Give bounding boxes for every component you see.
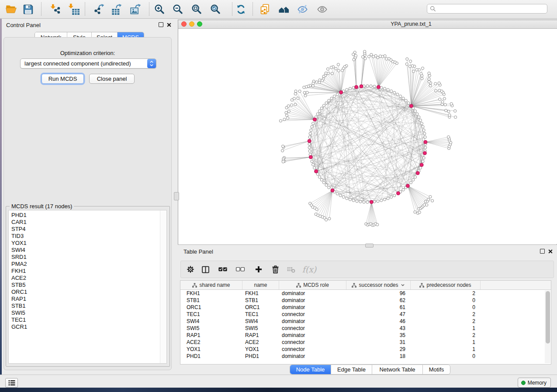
mcds-result-item[interactable]: SRD1 [9,254,160,261]
toolbar-separator [85,2,85,16]
mcds-result-item[interactable]: YOX1 [9,240,160,247]
tab-network-table[interactable]: Network Table [372,365,423,374]
column-header-predecessor-nodes[interactable]: predecessor nodes [411,281,481,289]
mcds-result-item[interactable]: STP4 [9,226,160,233]
mcds-result-item[interactable]: CAR1 [9,219,160,226]
mcds-result-groupbox: MCDS result (17 nodes) PHD1CAR1STP4TID3Y… [6,206,170,367]
tab-motifs[interactable]: Motifs [423,365,450,374]
network-canvas[interactable] [178,29,557,244]
mcds-result-item[interactable]: PHD1 [9,212,160,219]
delete-button[interactable] [268,262,283,277]
mcds-result-item[interactable]: RAP1 [9,296,160,303]
mcds-result-item[interactable]: STB1 [9,303,160,309]
tab-edge-table[interactable]: Edge Table [331,365,372,374]
mcds-result-item[interactable]: TEC1 [9,316,160,323]
cell-predecessor-nodes: 2 [411,311,481,317]
network-graph[interactable] [178,29,557,244]
select-all-button[interactable] [215,262,230,277]
table-row[interactable]: STB1STB1dominator620 [180,297,551,304]
mcds-result-item[interactable]: PMA2 [9,261,160,268]
network-home-button[interactable] [275,1,292,17]
settings-button[interactable] [183,262,198,277]
cell-successor-nodes: 18 [346,353,411,359]
refresh-button[interactable] [232,1,249,17]
table-row[interactable]: FKH1FKH1dominator962 [180,290,551,297]
shared-column-icon [192,283,197,288]
search-box[interactable] [427,4,547,14]
cell-shared-name: PHD1 [180,353,242,359]
mcds-result-item[interactable]: TID3 [9,233,160,240]
deselect-all-button[interactable] [233,262,248,277]
shared-column-icon [352,283,356,288]
panel-divider-grip[interactable] [174,192,179,200]
export-image-button[interactable] [127,1,144,17]
mcds-result-item[interactable]: ORC1 [9,289,160,296]
mcds-result-item[interactable]: SWI5 [9,309,160,316]
zoom-in-button[interactable] [151,1,168,17]
memory-button[interactable]: Memory [518,378,551,388]
tab-node-table[interactable]: Node Table [290,365,331,374]
mcds-result-item[interactable]: STB5 [9,282,160,289]
add-button[interactable] [251,262,266,277]
save-button[interactable] [20,1,36,17]
control-panel-title: Control Panel [6,22,41,28]
zoom-out-button[interactable] [170,1,186,17]
table-row[interactable]: ORC1ORC1dominator610 [180,304,551,311]
table-row[interactable]: SWI5SWI5connector431 [180,325,551,332]
run-mcds-button[interactable]: Run MCDS [42,74,84,84]
float-panel-icon[interactable] [159,22,163,27]
table-row[interactable]: ACE2ACE2connector311 [180,339,551,346]
settings-icon [186,265,195,274]
import-table-icon [68,3,80,15]
table-toolbar: f(x) [180,261,554,278]
column-header-name[interactable]: name [242,281,279,289]
search-input[interactable] [438,5,547,12]
table-row[interactable]: PHD1PHD1dominator180 [180,353,551,360]
optimization-criterion-label: Optimization criterion: [4,50,171,56]
cell-name: TEC1 [242,311,279,317]
close-table-panel-icon[interactable] [548,249,553,254]
window-close-icon[interactable] [181,21,187,27]
table-panel-divider-grip[interactable] [365,244,374,248]
column-header-successor-nodes[interactable]: successor nodes [346,281,411,289]
zoom-fit-button[interactable] [188,1,205,17]
show-hide-panel-button[interactable] [314,1,330,17]
task-history-button[interactable] [5,378,18,388]
import-table-button[interactable] [65,1,82,17]
mcds-result-item[interactable]: FKH1 [9,268,160,275]
column-header-shared-name[interactable]: shared name [180,281,242,289]
mcds-result-item[interactable]: SWI4 [9,247,160,254]
table-row[interactable]: YOX1YOX1connector291 [180,346,551,353]
table-scrollbar[interactable] [545,290,550,363]
window-zoom-icon[interactable] [197,21,202,27]
clone-network-button[interactable] [256,1,273,17]
status-bar: Memory [0,375,557,388]
column-label: name [254,282,267,288]
cell-predecessor-nodes: 1 [411,346,481,352]
table-scrollbar-thumb[interactable] [546,291,550,344]
float-table-panel-icon[interactable] [540,249,545,254]
close-panel-icon[interactable] [167,23,171,27]
export-table-button[interactable] [108,1,125,17]
list-scrollbar[interactable] [160,210,166,363]
cell-predecessor-nodes: 2 [411,332,481,338]
mcds-result-item[interactable]: ACE2 [9,275,160,282]
column-header-MCDS-role[interactable]: MCDS role [279,281,346,289]
criterion-select[interactable]: largest connected component (undirected) [20,58,156,69]
table-row[interactable]: RAP1RAP1dominator352 [180,332,551,339]
table-row[interactable]: SWI4SWI4dominator462 [180,318,551,325]
open-button[interactable] [3,1,19,17]
export-network-button[interactable] [90,1,107,17]
zoom-selected-button[interactable] [207,1,224,17]
function-builder-button: f(x) [302,262,317,277]
columns-button[interactable] [198,262,213,277]
toggle-details-button[interactable] [294,1,311,17]
import-network-button[interactable] [47,1,64,17]
close-panel-button[interactable]: Close panel [89,74,135,84]
delete-icon [271,265,280,274]
mcds-result-list[interactable]: PHD1CAR1STP4TID3YOX1SWI4SRD1PMA2FKH1ACE2… [8,210,167,364]
network-window-titlebar[interactable]: YPA_prune.txt_1 [178,20,557,29]
table-row[interactable]: TEC1TEC1connector472 [180,311,551,318]
mcds-result-item[interactable]: GCR1 [9,323,160,330]
window-minimize-icon[interactable] [189,21,194,27]
